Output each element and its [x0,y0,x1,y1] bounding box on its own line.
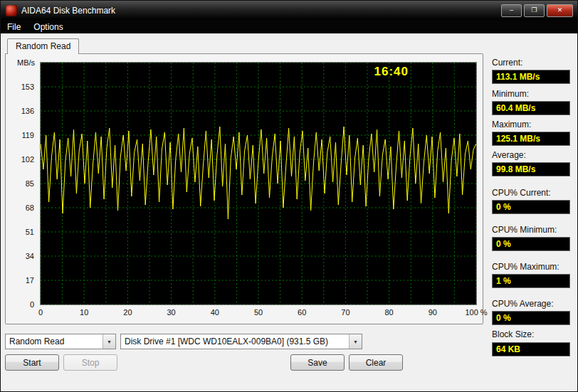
x-tick-label: 70 [341,308,350,317]
benchmark-chart: 16:40 [40,62,477,305]
chevron-down-icon[interactable]: ▼ [103,334,115,349]
y-tick-label: 85 [26,179,34,188]
stat-label: Maximum: [492,120,572,129]
app-icon [6,5,17,16]
stat-label: Current: [492,58,572,68]
stat-value: 60.4 MB/s [492,101,570,115]
title-bar: AIDA64 Disk Benchmark – ❐ ✕ [1,1,577,20]
chart-plot-area [41,63,476,304]
stat-value: 1 % [492,274,570,288]
stat-label: Block Size: [492,329,572,339]
y-axis-ticks: 15313611910285685134170 [11,63,36,304]
benchmark-type-value: Random Read [6,337,103,346]
stat-block-size: Block Size: 64 KB [492,329,572,356]
stat-cpu-maximum: CPU% Maximum: 1 % [492,262,572,288]
save-button[interactable]: Save [290,354,345,371]
x-tick-label: 80 [384,308,393,317]
minimize-button[interactable]: – [501,4,522,17]
stat-value: 64 KB [492,342,570,356]
menu-bar: File Options [1,20,577,33]
stat-value: 0 % [492,200,570,214]
stat-value: 99.8 MB/s [492,162,570,176]
disk-drive-select[interactable]: Disk Drive #1 [WDC WD10EALX-009BA0] (931… [120,334,362,349]
x-tick-label: 40 [211,308,219,317]
stat-maximum: Maximum: 125.1 MB/s [492,120,572,146]
tab-panel: MB/s 15313611910285685134170 16:40 01020… [5,53,483,324]
y-tick-label: 34 [26,252,34,260]
y-tick-label: 136 [21,107,34,115]
clear-button[interactable]: Clear [349,354,403,371]
stat-current: Current: 113.1 MB/s [492,58,572,84]
window-title: AIDA64 Disk Benchmark [21,6,499,16]
x-tick-label: 90 [429,308,437,317]
stat-value: 113.1 MB/s [492,70,570,84]
y-tick-label: 68 [26,203,34,212]
tab-random-read[interactable]: Random Read [7,38,79,54]
y-tick-label: 51 [26,228,34,236]
x-tick-label: 0 [38,308,43,317]
stat-cpu-current: CPU% Current: 0 % [492,188,572,214]
menu-options[interactable]: Options [27,20,69,33]
start-button[interactable]: Start [5,354,59,371]
x-tick-label: 50 [254,308,263,317]
stat-label: CPU% Current: [492,188,572,198]
close-button[interactable]: ✕ [547,4,573,17]
y-tick-label: 0 [30,300,34,309]
stat-value: 0 % [492,311,570,325]
window-controls: – ❐ ✕ [499,4,573,17]
stat-label: Minimum: [492,89,572,99]
x-tick-label: 60 [298,308,306,317]
stat-label: Average: [492,150,572,160]
disk-drive-value: Disk Drive #1 [WDC WD10EALX-009BA0] (931… [121,337,349,346]
x-tick-label: 100 % [465,308,487,317]
benchmark-type-select[interactable]: Random Read ▼ [5,334,116,349]
y-tick-label: 153 [21,83,34,91]
stat-value: 125.1 MB/s [492,132,570,146]
elapsed-time-label: 16:40 [374,65,409,79]
x-tick-label: 10 [80,308,88,317]
stop-button[interactable]: Stop [63,354,117,371]
stat-minimum: Minimum: 60.4 MB/s [492,89,572,115]
x-tick-label: 20 [123,308,132,317]
stat-label: CPU% Average: [492,299,572,309]
stat-average: Average: 99.8 MB/s [492,150,572,176]
menu-file[interactable]: File [1,20,27,33]
stat-cpu-average: CPU% Average: 0 % [492,299,572,325]
stat-cpu-minimum: CPU% Minimum: 0 % [492,225,572,251]
stat-label: CPU% Maximum: [492,262,572,272]
stat-value: 0 % [492,237,570,251]
maximize-button[interactable]: ❐ [524,4,545,17]
y-tick-label: 102 [21,155,34,164]
x-axis-ticks: 0102030405060708090100 % [41,308,478,318]
y-tick-label: 17 [26,276,34,285]
stat-label: CPU% Minimum: [492,225,572,235]
y-tick-label: 119 [21,131,34,139]
x-tick-label: 30 [167,308,175,317]
app-window: AIDA64 Disk Benchmark – ❐ ✕ File Options… [0,0,578,392]
chevron-down-icon[interactable]: ▼ [349,334,362,349]
